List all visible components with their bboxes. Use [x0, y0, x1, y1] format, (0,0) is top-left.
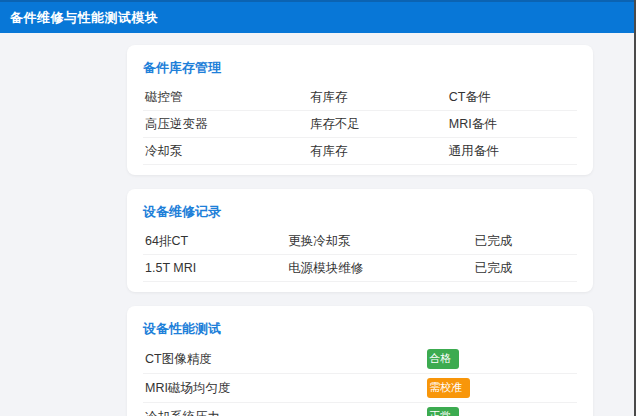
- card-inventory-title: 备件库存管理: [143, 55, 577, 84]
- card-performance-title: 设备性能测试: [143, 316, 577, 345]
- device-name: 1.5T MRI: [143, 261, 286, 275]
- task-status: 已完成: [473, 260, 577, 277]
- device-name: 64排CT: [143, 233, 286, 250]
- page-title: 备件维修与性能测试模块: [10, 9, 159, 27]
- card-maintenance: 设备维修记录 64排CT 更换冷却泵 已完成 1.5T MRI 电源模块维修 已…: [127, 189, 593, 292]
- card-inventory: 备件库存管理 磁控管 有库存 CT备件 高压逆变器 库存不足 MRI备件 冷却泵…: [127, 45, 593, 175]
- performance-row: MRI磁场均匀度 需校准: [143, 374, 577, 403]
- status-badge: 合格: [427, 349, 459, 369]
- maintenance-row: 1.5T MRI 电源模块维修 已完成: [143, 255, 577, 282]
- status-badge: 需校准: [427, 378, 470, 398]
- inventory-row: 冷却泵 有库存 通用备件: [143, 138, 577, 165]
- maintenance-row: 64排CT 更换冷却泵 已完成: [143, 228, 577, 255]
- test-name: 冷却系统压力: [143, 409, 427, 416]
- performance-row: CT图像精度 合格: [143, 345, 577, 374]
- app-header: 备件维修与性能测试模块: [0, 0, 634, 33]
- stock-status: 有库存: [308, 89, 447, 106]
- part-name: 高压逆变器: [143, 116, 308, 133]
- maintenance-task: 更换冷却泵: [286, 233, 473, 250]
- status-badge: 正常: [427, 407, 459, 416]
- performance-row: 冷却系统压力 正常: [143, 403, 577, 416]
- card-performance: 设备性能测试 CT图像精度 合格 MRI磁场均匀度 需校准 冷却系统压力 正常: [127, 306, 593, 416]
- card-maintenance-title: 设备维修记录: [143, 199, 577, 228]
- test-name: CT图像精度: [143, 351, 427, 368]
- stock-status: 库存不足: [308, 116, 447, 133]
- inventory-row: 高压逆变器 库存不足 MRI备件: [143, 111, 577, 138]
- part-category: MRI备件: [447, 116, 577, 133]
- inventory-row: 磁控管 有库存 CT备件: [143, 84, 577, 111]
- main-content: 备件库存管理 磁控管 有库存 CT备件 高压逆变器 库存不足 MRI备件 冷却泵…: [127, 45, 593, 416]
- part-name: 磁控管: [143, 89, 308, 106]
- part-name: 冷却泵: [143, 143, 308, 160]
- part-category: CT备件: [447, 89, 577, 106]
- part-category: 通用备件: [447, 143, 577, 160]
- task-status: 已完成: [473, 233, 577, 250]
- stock-status: 有库存: [308, 143, 447, 160]
- maintenance-task: 电源模块维修: [286, 260, 473, 277]
- test-name: MRI磁场均匀度: [143, 380, 427, 397]
